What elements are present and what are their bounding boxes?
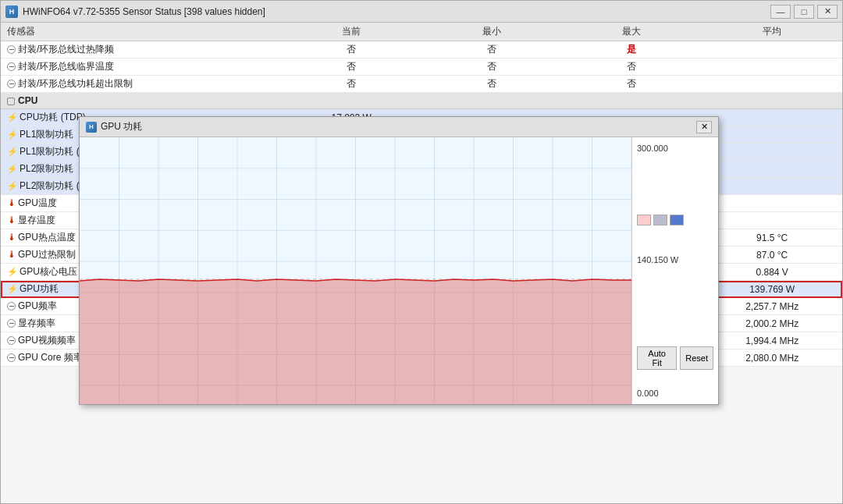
table-row: 封装/环形总线临界温度否否否 <box>1 59 842 76</box>
chart-color-legend <box>637 215 713 225</box>
main-window: H HWiNFO64 v7.72-5355 Sensor Status [398… <box>0 0 843 504</box>
chart-y-max-label: 300.000 <box>637 144 713 153</box>
minimize-button[interactable]: — <box>770 5 791 19</box>
avg-value-cell: 139.769 W <box>702 281 842 298</box>
avg-value-cell: 91.5 °C <box>702 229 842 247</box>
avg-value-cell <box>702 126 842 144</box>
min-value-cell: 否 <box>422 41 562 59</box>
current-value-cell: 否 <box>281 41 422 59</box>
group-header-label: CPU <box>1 93 842 109</box>
avg-value-cell <box>702 59 842 76</box>
table-row: 封装/环形总线过热降频否否是 <box>1 41 842 59</box>
avg-value-cell <box>702 41 842 59</box>
avg-value-cell <box>702 178 842 195</box>
col-avg: 平均 <box>702 23 842 41</box>
avg-value-cell <box>702 195 842 212</box>
table-header-row: 传感器 当前 最小 最大 平均 <box>1 23 842 41</box>
dialog-icon: H <box>86 122 97 133</box>
chart-side-panel: 300.000 140.150 W Auto Fit Reset 0.000 <box>632 137 718 404</box>
color-box-1 <box>637 215 651 225</box>
gpu-chart-dialog: H GPU 功耗 ✕ <box>79 116 719 405</box>
sensor-name-cell: 封装/环形总线过热降频 <box>1 41 281 59</box>
col-min: 最小 <box>422 23 562 41</box>
min-value-cell: 否 <box>422 59 562 76</box>
col-max: 最大 <box>562 23 702 41</box>
avg-value-cell: 2,000.2 MHz <box>702 315 842 332</box>
reset-button[interactable]: Reset <box>680 346 713 370</box>
chart-area <box>80 137 632 404</box>
max-value-cell: 否 <box>562 76 702 93</box>
avg-value-cell: 1,994.4 MHz <box>702 332 842 350</box>
auto-fit-button[interactable]: Auto Fit <box>637 346 677 370</box>
sensor-name-cell: 封装/环形总线临界温度 <box>1 59 281 76</box>
avg-value-cell: 2,080.0 MHz <box>702 350 842 367</box>
avg-value-cell <box>702 212 842 229</box>
avg-value-cell <box>702 109 842 126</box>
avg-value-cell: 2,257.7 MHz <box>702 298 842 315</box>
dialog-title: GPU 功耗 <box>101 120 696 133</box>
min-value-cell: 否 <box>422 76 562 93</box>
max-value-cell: 是 <box>562 41 702 59</box>
dialog-title-bar: H GPU 功耗 ✕ <box>80 117 718 137</box>
avg-value-cell <box>702 76 842 93</box>
current-value-cell: 否 <box>281 76 422 93</box>
close-button[interactable]: ✕ <box>817 5 838 19</box>
dialog-body: 300.000 140.150 W Auto Fit Reset 0.000 <box>80 137 718 404</box>
color-box-3 <box>670 215 684 225</box>
avg-value-cell <box>702 161 842 178</box>
color-box-2 <box>653 215 667 225</box>
title-bar: H HWiNFO64 v7.72-5355 Sensor Status [398… <box>1 1 842 23</box>
dialog-close-button[interactable]: ✕ <box>696 121 712 133</box>
window-title: HWiNFO64 v7.72-5355 Sensor Status [398 v… <box>23 6 770 17</box>
current-value-cell: 否 <box>281 59 422 76</box>
chart-y-min-label: 0.000 <box>637 389 713 398</box>
chart-action-buttons: Auto Fit Reset <box>637 346 713 373</box>
chart-svg <box>80 137 631 404</box>
window-controls: — □ ✕ <box>770 5 838 19</box>
sensor-name-cell: 封装/环形总线功耗超出限制 <box>1 76 281 93</box>
max-value-cell: 否 <box>562 59 702 76</box>
app-icon: H <box>5 5 18 18</box>
avg-value-cell <box>702 144 842 161</box>
table-row: 封装/环形总线功耗超出限制否否否 <box>1 76 842 93</box>
maximize-button[interactable]: □ <box>794 5 814 19</box>
avg-value-cell: 0.884 V <box>702 264 842 281</box>
sensor-table-container: 传感器 当前 最小 最大 平均 封装/环形总线过热降频否否是封装/环形总线临界温… <box>1 23 842 503</box>
table-row: CPU <box>1 93 842 109</box>
col-sensor: 传感器 <box>1 23 281 41</box>
col-current: 当前 <box>281 23 422 41</box>
avg-value-cell: 87.0 °C <box>702 247 842 264</box>
chart-y-current-label: 140.150 W <box>637 232 713 287</box>
